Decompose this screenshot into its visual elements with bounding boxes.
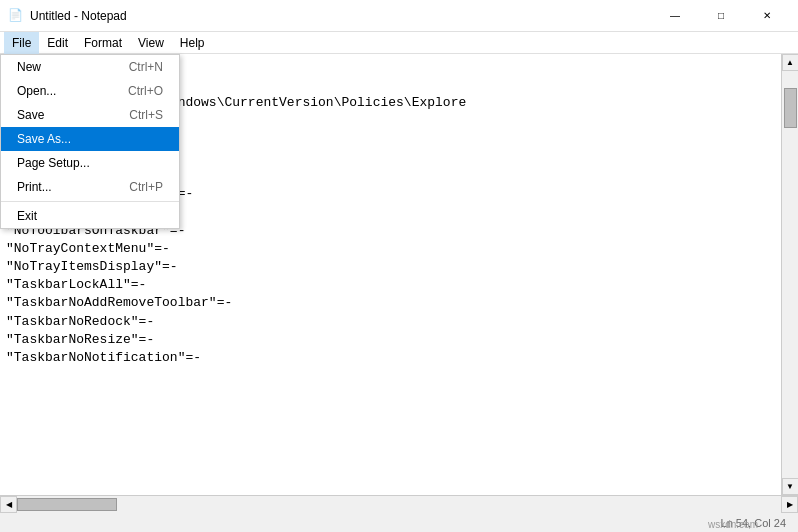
menu-item-exit[interactable]: Exit: [1, 204, 179, 228]
scroll-up-arrow[interactable]: ▲: [782, 54, 799, 71]
app-icon: 📄: [8, 8, 24, 24]
close-button[interactable]: ✕: [744, 0, 790, 32]
minimize-button[interactable]: —: [652, 0, 698, 32]
maximize-button[interactable]: □: [698, 0, 744, 32]
scroll-h-thumb[interactable]: [17, 498, 117, 511]
menu-edit[interactable]: Edit: [39, 32, 76, 54]
horizontal-scrollbar[interactable]: ◀ ▶: [0, 495, 798, 512]
menu-bar: File Edit Format View Help New Ctrl+N Op…: [0, 32, 798, 54]
menu-help[interactable]: Help: [172, 32, 213, 54]
menu-item-open[interactable]: Open... Ctrl+O: [1, 79, 179, 103]
file-dropdown-menu: New Ctrl+N Open... Ctrl+O Save Ctrl+S Sa…: [0, 54, 180, 229]
title-bar: 📄 Untitled - Notepad — □ ✕: [0, 0, 798, 32]
menu-item-new-shortcut: Ctrl+N: [129, 60, 163, 74]
scroll-thumb[interactable]: [784, 88, 797, 128]
menu-item-new-label: New: [17, 60, 41, 74]
scroll-down-arrow[interactable]: ▼: [782, 478, 799, 495]
menu-item-pagesetup-label: Page Setup...: [17, 156, 90, 170]
menu-file[interactable]: File: [4, 32, 39, 54]
menu-item-saveas[interactable]: Save As...: [1, 127, 179, 151]
scroll-h-track: [17, 496, 781, 513]
menu-item-print-label: Print...: [17, 180, 52, 194]
menu-item-saveas-label: Save As...: [17, 132, 71, 146]
menu-item-save-label: Save: [17, 108, 44, 122]
menu-item-print-shortcut: Ctrl+P: [129, 180, 163, 194]
window-controls: — □ ✕: [652, 0, 790, 32]
menu-item-save-shortcut: Ctrl+S: [129, 108, 163, 122]
menu-item-open-shortcut: Ctrl+O: [128, 84, 163, 98]
menu-item-exit-label: Exit: [17, 209, 37, 223]
menu-view[interactable]: View: [130, 32, 172, 54]
menu-item-new[interactable]: New Ctrl+N: [1, 55, 179, 79]
vertical-scrollbar[interactable]: ▲ ▼: [781, 54, 798, 495]
menu-item-save[interactable]: Save Ctrl+S: [1, 103, 179, 127]
menu-item-print[interactable]: Print... Ctrl+P: [1, 175, 179, 199]
scroll-right-arrow[interactable]: ▶: [781, 496, 798, 513]
watermark: wsxdn.com: [708, 519, 758, 530]
scroll-left-arrow[interactable]: ◀: [0, 496, 17, 513]
window-title: Untitled - Notepad: [30, 9, 652, 23]
menu-format[interactable]: Format: [76, 32, 130, 54]
menu-item-open-label: Open...: [17, 84, 56, 98]
status-bar: Ln 54, Col 24 wsxdn.com: [0, 512, 798, 532]
menu-separator: [1, 201, 179, 202]
menu-item-pagesetup[interactable]: Page Setup...: [1, 151, 179, 175]
